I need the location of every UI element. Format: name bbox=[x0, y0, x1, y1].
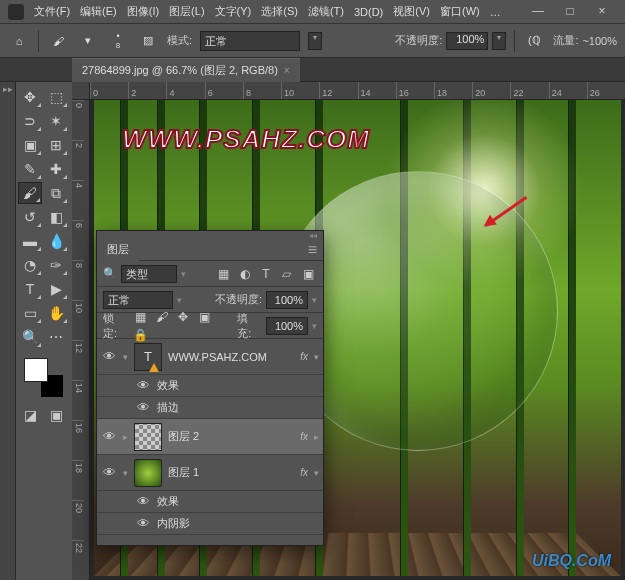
filter-pixel-icon[interactable]: ▦ bbox=[215, 265, 233, 283]
edit-toolbar-icon[interactable]: ⋯ bbox=[44, 326, 68, 348]
move-tool[interactable]: ✥ bbox=[18, 86, 42, 108]
blend-mode-select[interactable]: 正常 bbox=[200, 31, 300, 51]
ruler-origin[interactable] bbox=[72, 82, 90, 100]
home-icon[interactable]: ⌂ bbox=[8, 30, 30, 52]
document-tab[interactable]: 27864899.jpg @ 66.7% (图层 2, RGB/8) × bbox=[72, 58, 300, 82]
flow-value[interactable]: ~100% bbox=[582, 35, 617, 47]
menu-edit[interactable]: 编辑(E) bbox=[80, 4, 117, 19]
fx-effects-row[interactable]: 👁 效果 bbox=[97, 375, 323, 397]
visibility-icon[interactable]: 👁 bbox=[101, 349, 117, 364]
fx-expand-icon[interactable]: ▾ bbox=[314, 352, 319, 362]
path-select-tool[interactable]: ▶ bbox=[44, 278, 68, 300]
expand-icon[interactable]: ▸ bbox=[123, 432, 128, 442]
fx-effects-row[interactable]: 👁 效果 bbox=[97, 491, 323, 513]
pen-tool[interactable]: ✑ bbox=[44, 254, 68, 276]
menu-select[interactable]: 选择(S) bbox=[261, 4, 298, 19]
eyedropper-tool[interactable]: ✎ bbox=[18, 158, 42, 180]
dodge-tool[interactable]: ◔ bbox=[18, 254, 42, 276]
fx-expand-icon[interactable]: ▾ bbox=[314, 468, 319, 478]
expand-icon[interactable]: ▾ bbox=[123, 468, 128, 478]
layer-thumb-text: T bbox=[134, 343, 162, 371]
filter-type-select[interactable]: 类型 bbox=[121, 265, 177, 283]
visibility-icon[interactable]: 👁 bbox=[101, 465, 117, 480]
layers-tab[interactable]: 图层 bbox=[97, 238, 139, 261]
brush-preset-dropdown[interactable]: ▾ bbox=[77, 30, 99, 52]
filter-smart-icon[interactable]: ▣ bbox=[299, 265, 317, 283]
hand-tool[interactable]: ✋ bbox=[44, 302, 68, 324]
crop-tool[interactable]: ▣ bbox=[18, 134, 42, 156]
menu-view[interactable]: 视图(V) bbox=[393, 4, 430, 19]
filter-type-icon[interactable]: T bbox=[257, 265, 275, 283]
layer-item-text[interactable]: 👁 ▾ T WWW.PSAHZ.COM fx ▾ bbox=[97, 339, 323, 375]
blur-tool[interactable]: 💧 bbox=[44, 230, 68, 252]
pressure-opacity-icon[interactable]: (ℚ bbox=[523, 30, 545, 52]
brush-panel-icon[interactable]: ▨ bbox=[137, 30, 159, 52]
visibility-icon[interactable]: 👁 bbox=[135, 516, 151, 531]
shape-tool[interactable]: ▭ bbox=[18, 302, 42, 324]
quickmask-icon[interactable]: ◪ bbox=[18, 404, 42, 426]
visibility-icon[interactable]: 👁 bbox=[101, 429, 117, 444]
window-minimize-button[interactable]: — bbox=[523, 3, 553, 21]
heal-tool[interactable]: ✚ bbox=[44, 158, 68, 180]
lock-transparency-icon[interactable]: ▦ bbox=[132, 308, 150, 326]
menu-filter[interactable]: 滤镜(T) bbox=[308, 4, 344, 19]
layer-blend-mode-select[interactable]: 正常 bbox=[103, 291, 173, 309]
menu-file[interactable]: 文件(F) bbox=[34, 4, 70, 19]
lasso-tool[interactable]: ⊃ bbox=[18, 110, 42, 132]
color-swatches[interactable] bbox=[24, 358, 64, 398]
layer-item-2[interactable]: 👁 ▸ 图层 2 fx ▸ bbox=[97, 419, 323, 455]
fx-inner-shadow-row[interactable]: 👁 内阴影 bbox=[97, 513, 323, 535]
panel-collapse-icon[interactable]: ◂◂ bbox=[309, 231, 317, 239]
type-tool[interactable]: T bbox=[18, 278, 42, 300]
brush-tip-picker[interactable]: •8 bbox=[107, 30, 129, 52]
panel-menu-icon[interactable]: ≡ bbox=[302, 241, 323, 259]
layer-name[interactable]: 图层 2 bbox=[168, 429, 294, 444]
filter-search-icon[interactable]: 🔍 bbox=[103, 267, 117, 280]
fx-stroke-row[interactable]: 👁 描边 bbox=[97, 397, 323, 419]
menu-layer[interactable]: 图层(L) bbox=[169, 4, 204, 19]
layer-opacity-input[interactable]: 100% bbox=[266, 291, 308, 309]
window-maximize-button[interactable]: □ bbox=[555, 3, 585, 21]
fx-expand-icon[interactable]: ▸ bbox=[314, 432, 319, 442]
blend-mode-caret[interactable]: ▾ bbox=[308, 32, 322, 50]
foreground-color[interactable] bbox=[24, 358, 48, 382]
opacity-input[interactable]: 100% bbox=[446, 32, 488, 50]
fill-input[interactable]: 100% bbox=[266, 317, 308, 335]
fx-badge[interactable]: fx bbox=[300, 351, 308, 362]
marquee-tool[interactable]: ⬚ bbox=[44, 86, 68, 108]
zoom-tool[interactable]: 🔍 bbox=[18, 326, 42, 348]
ruler-vertical[interactable]: 0246810121416182022 bbox=[72, 100, 90, 580]
lock-artboard-icon[interactable]: ▣ bbox=[195, 308, 213, 326]
opacity-caret[interactable]: ▾ bbox=[492, 32, 506, 50]
lock-pixels-icon[interactable]: 🖌 bbox=[153, 308, 171, 326]
ruler-horizontal[interactable]: 02468101214161820222426 bbox=[90, 82, 625, 100]
filter-adjust-icon[interactable]: ◐ bbox=[236, 265, 254, 283]
fx-badge[interactable]: fx bbox=[300, 431, 308, 442]
expand-icon[interactable]: ▾ bbox=[123, 352, 128, 362]
screen-mode-icon[interactable]: ▣ bbox=[44, 404, 68, 426]
eraser-tool[interactable]: ◧ bbox=[44, 206, 68, 228]
visibility-icon[interactable]: 👁 bbox=[135, 378, 151, 393]
menu-3d[interactable]: 3D(D) bbox=[354, 6, 383, 18]
menu-window[interactable]: 窗口(W) bbox=[440, 4, 480, 19]
brush-tool[interactable]: 🖌 bbox=[18, 182, 42, 204]
brush-tool-icon[interactable]: 🖌 bbox=[47, 30, 69, 52]
filter-shape-icon[interactable]: ▱ bbox=[278, 265, 296, 283]
frame-tool[interactable]: ⊞ bbox=[44, 134, 68, 156]
gradient-tool[interactable]: ▬ bbox=[18, 230, 42, 252]
history-brush-tool[interactable]: ↺ bbox=[18, 206, 42, 228]
layer-name[interactable]: WWW.PSAHZ.COM bbox=[168, 351, 294, 363]
document-tab-close-icon[interactable]: × bbox=[284, 65, 290, 76]
quick-select-tool[interactable]: ✶ bbox=[44, 110, 68, 132]
fx-badge[interactable]: fx bbox=[300, 467, 308, 478]
lock-position-icon[interactable]: ✥ bbox=[174, 308, 192, 326]
collapse-toggle-icon[interactable]: ▸▸ bbox=[0, 82, 15, 96]
layer-name[interactable]: 图层 1 bbox=[168, 465, 294, 480]
visibility-icon[interactable]: 👁 bbox=[135, 400, 151, 415]
layer-item-1[interactable]: 👁 ▾ 图层 1 fx ▾ bbox=[97, 455, 323, 491]
visibility-icon[interactable]: 👁 bbox=[135, 494, 151, 509]
clone-tool[interactable]: ⧉ bbox=[44, 182, 68, 204]
menu-image[interactable]: 图像(I) bbox=[127, 4, 159, 19]
menu-type[interactable]: 文字(Y) bbox=[215, 4, 252, 19]
window-close-button[interactable]: × bbox=[587, 3, 617, 21]
